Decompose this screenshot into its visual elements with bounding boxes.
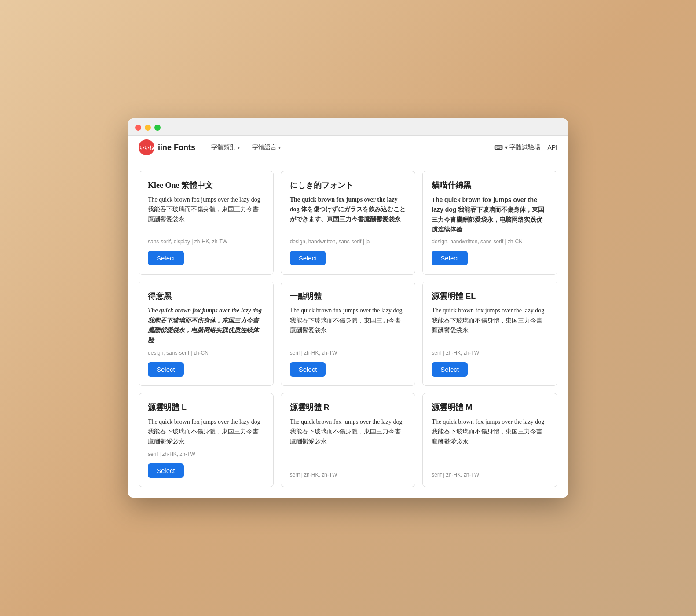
font-card-title: 源雲明體 M: [432, 402, 548, 413]
font-card-title: 源雲明體 L: [148, 402, 264, 413]
content: Klee One 繁體中文 The quick brown fox jumps …: [128, 160, 568, 498]
font-lab-label: 字體試驗場: [509, 143, 540, 151]
close-button[interactable]: [135, 125, 141, 131]
font-card-tags: serif | zh-HK, zh-TW: [148, 451, 264, 457]
nav-dropdown-arrow: ▾: [505, 144, 508, 151]
font-card-title: Klee One 繁體中文: [148, 180, 264, 191]
font-card-preview: The quick brown fox jumps over the lazy …: [432, 306, 548, 345]
navbar: いいね iine Fonts 字體類別 ▾ 字體語言 ▾ ⌨ ▾ 字體試驗場 A…: [128, 136, 568, 160]
font-card-tags: design, sans-serif | zh-CN: [148, 350, 264, 356]
nav-font-category[interactable]: 字體類別 ▾: [206, 140, 245, 155]
font-card-preview: The quick brown fox jumps over the lazy …: [148, 417, 264, 447]
font-card-yuanyun-m: 源雲明體 M The quick brown fox jumps over th…: [422, 393, 557, 487]
font-card-preview: The quick brown fox jumps over the lazy …: [290, 306, 407, 345]
traffic-lights: [135, 125, 161, 131]
font-card-preview: The quick brown fox jumps over the lazy …: [148, 195, 264, 235]
api-label: API: [547, 144, 557, 151]
nav-font-category-label: 字體類別: [211, 143, 236, 151]
font-card-nishiki: にしき的フォント The quick brown fox jumps over …: [281, 171, 416, 275]
font-lab-icon: ⌨: [494, 144, 503, 151]
font-card-preview: The quick brown fox jumps over the lazy …: [290, 195, 407, 235]
chevron-down-icon: ▾: [238, 145, 240, 150]
font-card-tags: serif | zh-HK, zh-TW: [432, 350, 548, 356]
titlebar: [128, 118, 568, 136]
font-card-title: 得意黑: [148, 291, 264, 301]
nav-font-language[interactable]: 字體語言 ▾: [247, 140, 286, 155]
select-button[interactable]: Select: [148, 362, 184, 377]
font-card-miao: 貓喵什錦黑 The quick brown fox jumps over the…: [422, 171, 557, 275]
font-card-deyi: 得意黑 The quick brown fox jumps over the l…: [139, 282, 274, 386]
font-card-title: 一點明體: [290, 291, 407, 301]
font-card-yidian: 一點明體 The quick brown fox jumps over the …: [281, 282, 416, 386]
font-card-yuanyun-l: 源雲明體 L The quick brown fox jumps over th…: [139, 393, 274, 487]
font-card-yuanyun-el: 源雲明體 EL The quick brown fox jumps over t…: [422, 282, 557, 386]
nav-items: 字體類別 ▾ 字體語言 ▾: [206, 140, 494, 155]
font-card-tags: serif | zh-HK, zh-TW: [432, 472, 548, 478]
maximize-button[interactable]: [154, 125, 161, 131]
font-card-title: 源雲明體 EL: [432, 291, 548, 301]
font-lab-button[interactable]: ⌨ ▾ 字體試驗場: [494, 143, 540, 151]
brand-name: iine Fonts: [158, 143, 195, 152]
font-card-title: 貓喵什錦黑: [432, 180, 548, 191]
select-button[interactable]: Select: [290, 362, 326, 377]
font-card-tags: design, handwritten, sans-serif | ja: [290, 238, 407, 245]
select-button[interactable]: Select: [148, 251, 184, 265]
select-button[interactable]: Select: [148, 463, 184, 478]
font-card-tags: design, handwritten, sans-serif | zh-CN: [432, 238, 548, 245]
brand-logo: いいね: [139, 139, 154, 155]
font-card-tags: serif | zh-HK, zh-TW: [290, 350, 407, 356]
brand: いいね iine Fonts: [139, 139, 195, 155]
chevron-down-icon: ▾: [278, 145, 281, 150]
font-card-tags: serif | zh-HK, zh-TW: [290, 472, 407, 478]
font-card-preview: The quick brown fox jumps over the lazy …: [432, 195, 548, 235]
font-card-preview: The quick brown fox jumps over the lazy …: [432, 417, 548, 467]
brand-logo-text: いいね: [139, 144, 154, 151]
nav-right: ⌨ ▾ 字體試驗場 API: [494, 143, 557, 151]
font-card-tags: sans-serif, display | zh-HK, zh-TW: [148, 238, 264, 245]
font-card-yuanyun-r: 源雲明體 R The quick brown fox jumps over th…: [281, 393, 416, 487]
minimize-button[interactable]: [145, 125, 151, 131]
select-button[interactable]: Select: [432, 362, 468, 377]
font-card-preview: The quick brown fox jumps over the lazy …: [290, 417, 407, 467]
font-card-preview: The quick brown fox jumps over the lazy …: [148, 306, 264, 345]
font-card-klee-one: Klee One 繁體中文 The quick brown fox jumps …: [139, 171, 274, 275]
select-button[interactable]: Select: [432, 251, 468, 265]
api-button[interactable]: API: [547, 144, 557, 151]
font-grid: Klee One 繁體中文 The quick brown fox jumps …: [139, 171, 557, 487]
font-card-title: 源雲明體 R: [290, 402, 407, 413]
app-window: いいね iine Fonts 字體類別 ▾ 字體語言 ▾ ⌨ ▾ 字體試驗場 A…: [128, 118, 568, 498]
select-button[interactable]: Select: [290, 251, 326, 265]
nav-font-language-label: 字體語言: [252, 143, 277, 151]
font-card-title: にしき的フォント: [290, 180, 407, 191]
